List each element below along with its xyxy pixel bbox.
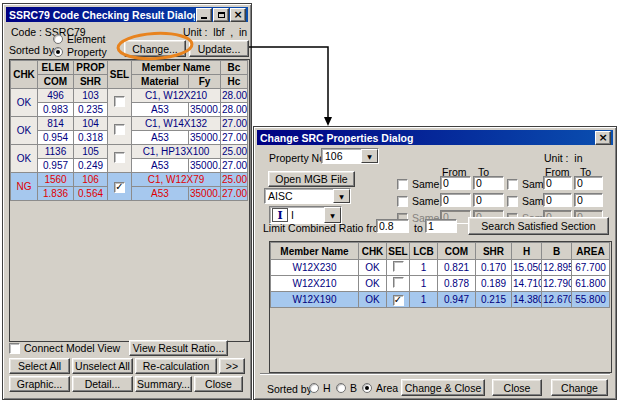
same-h-from-input[interactable] [440,176,471,190]
open-mgb-file-button[interactable]: Open MGB File [268,171,355,187]
row-select-checkbox[interactable] [114,152,125,163]
sort-h-radio[interactable]: H [309,382,331,394]
section-table-area: Member Name CHK SEL LCB COM SHR H B AREA… [269,241,612,373]
checkbox-icon[interactable] [507,196,518,207]
radio-icon[interactable] [53,34,63,44]
same-tw-to-input[interactable] [574,176,603,190]
checkbox-icon[interactable] [507,179,518,190]
detail-button[interactable]: Detail... [72,376,133,392]
sorted-by-label: Sorted by [267,383,312,395]
limit-to-input[interactable] [425,219,457,233]
row-select-checkbox[interactable] [393,261,404,272]
checkbox-icon[interactable] [397,179,408,190]
graphic-button[interactable]: Graphic... [9,376,70,392]
col-com: COM [38,75,74,89]
material-value: A53 [132,187,189,201]
sort-area-radio[interactable]: Area [362,382,398,394]
same-tf1-from-input[interactable] [543,193,572,207]
hc-value: 27.00 [221,187,248,201]
row-select-checkbox[interactable] [393,277,404,288]
row-select-checkbox[interactable] [114,96,125,107]
member-name: W12X210 [271,276,359,292]
limit-from-input[interactable] [376,219,409,233]
close-window-button[interactable]: × [595,131,611,145]
left-title-bar[interactable]: SSRC79 Code Checking Result Dialog × [6,7,248,22]
limit-to-label: to [414,222,423,234]
select-all-button[interactable]: Select All [9,358,70,374]
close-button[interactable]: Close [194,376,243,392]
sort-element-radio[interactable]: Element [53,33,106,45]
chevron-down-icon: ▼ [330,212,335,219]
checkbox-icon[interactable] [397,196,408,207]
search-satisfied-section-button[interactable]: Search Satisfied Section [468,217,609,235]
dropdown-button[interactable]: ▼ [324,207,341,223]
sel-cell [387,276,410,292]
same-b1-from-input[interactable] [440,193,471,207]
table-row[interactable]: OK 814 104 C1, W14X132 27.00 [11,117,248,131]
close-window-button[interactable]: × [230,8,246,22]
table-row[interactable]: OK 1136 105 C1, HP13X100 25.00 [11,145,248,159]
radio-icon[interactable] [53,47,63,57]
sel-cell [387,292,410,308]
col-h: H [512,243,542,260]
recalculation-button[interactable]: Re-calculation [135,358,217,374]
minimize-button[interactable] [196,8,212,22]
view-result-ratio-button[interactable]: View Result Ratio... [129,340,228,356]
same-h-to-input[interactable] [473,176,504,190]
col-lcb: LCB [410,243,438,260]
change-button[interactable]: Change... [124,40,186,57]
col-shr: SHR [476,243,512,260]
sort-b-radio[interactable]: B [336,382,357,394]
header-row: Member Name CHK SEL LCB COM SHR H B AREA [271,243,610,260]
member-name: C1, W12X210 [132,89,221,103]
radio-icon[interactable] [362,383,372,393]
sort-property-radio[interactable]: Property [53,46,107,58]
same-b1-to-input[interactable] [473,193,504,207]
col-fy: Fy [189,75,221,89]
table-row[interactable]: NG 1560 106 C1, W12X79 25.00 [11,173,248,187]
bc-value: 27.00 [221,117,248,131]
close-button[interactable]: Close [492,379,542,396]
table-row[interactable]: W12X210 OK 1 0.878 0.189 14.710 12.790 6… [271,276,610,292]
change-and-close-button[interactable]: Change & Close [401,379,485,396]
summary-button[interactable]: Summary... [135,376,192,392]
fy-value: 35000.0 [189,131,221,145]
sel-cell [387,260,410,276]
shr-value: 0.189 [476,276,512,292]
same-tw-from-input[interactable] [543,176,572,190]
dropdown-button[interactable]: ▼ [333,189,350,203]
more-button[interactable]: >> [219,358,245,374]
same-tf1-to-input[interactable] [574,193,603,207]
radio-icon[interactable] [336,383,346,393]
row-select-checkbox[interactable] [393,295,404,306]
col-member-name: Member Name [132,61,221,75]
sel-cell [108,117,132,145]
right-title-bar[interactable]: Change SRC Properties Dialog × [257,130,613,145]
b-value: 12.670 [542,292,572,308]
member-name: C1, HP13X100 [132,145,221,159]
change-button[interactable]: Change [551,379,608,396]
property-no-dropdown[interactable]: 106 ▼ [321,148,379,164]
table-row[interactable]: OK 496 103 C1, W12X210 28.00 [11,89,248,103]
db-dropdown[interactable]: AISC ▼ [264,188,351,204]
table-row[interactable]: W12X190 OK 1 0.947 0.215 14.380 12.670 5… [271,292,610,308]
row-select-checkbox[interactable] [114,182,125,193]
unselect-all-button[interactable]: Unselect All [72,358,133,374]
b-value: 12.895 [542,260,572,276]
connector-arrow-line [249,47,328,119]
update-button[interactable]: Update... [189,40,249,57]
checkbox-icon[interactable] [9,343,20,354]
connect-model-view-checkbox[interactable]: Connect Model View [9,342,120,354]
maximize-button[interactable] [213,8,229,22]
dropdown-button[interactable]: ▼ [361,149,378,163]
property-no-value: 106 [322,150,361,162]
sorted-by-label: Sorted by [9,44,54,56]
unit-label: Unit : in [544,152,583,164]
table-row[interactable]: W12X230 OK 1 0.821 0.170 15.050 12.895 6… [271,260,610,276]
col-b: B [542,243,572,260]
change-src-properties-dialog: Change SRC Properties Dialog × Property … [253,126,617,400]
col-shr: SHR [74,75,108,89]
radio-icon[interactable] [309,383,319,393]
fy-value: 35000.0 [189,187,221,201]
row-select-checkbox[interactable] [114,124,125,135]
